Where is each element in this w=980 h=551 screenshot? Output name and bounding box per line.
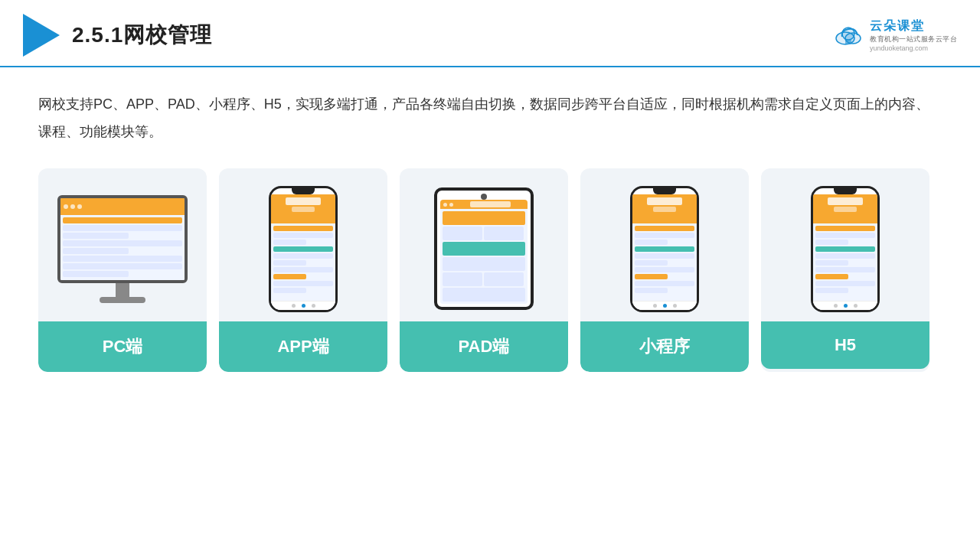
- card-miniprogram: 小程序: [580, 168, 749, 372]
- card-h5-label: H5: [761, 321, 929, 369]
- card-pc: PC端: [38, 168, 207, 372]
- phone-app-icon: [269, 186, 338, 312]
- card-pad: PAD端: [400, 168, 568, 372]
- card-app-label: APP端: [219, 321, 387, 372]
- page-header: 2.5.1网校管理 云朵课堂 教育机构一站式服务云平台 yunduoketang…: [0, 0, 980, 67]
- card-h5-image: [761, 168, 929, 321]
- header-left: 2.5.1网校管理: [23, 14, 212, 57]
- pc-monitor-icon: [57, 195, 188, 303]
- card-pc-label: PC端: [38, 321, 207, 372]
- card-app-image: [219, 168, 387, 321]
- header-right: 云朵课堂 教育机构一站式服务云平台 yunduoketang.com: [831, 18, 957, 52]
- pad-icon: [434, 187, 534, 310]
- phone-h5-icon: [811, 186, 880, 312]
- svg-rect-6: [845, 40, 851, 44]
- card-pc-image: [38, 168, 207, 321]
- card-miniprogram-image: [580, 168, 749, 321]
- card-miniprogram-label: 小程序: [580, 321, 749, 372]
- card-pad-image: [400, 168, 568, 321]
- card-pad-label: PAD端: [400, 321, 568, 372]
- brand-tagline: 教育机构一站式服务云平台: [870, 34, 957, 44]
- brand-url: yunduoketang.com: [870, 44, 928, 52]
- brand-logo: 云朵课堂 教育机构一站式服务云平台 yunduoketang.com: [831, 18, 957, 52]
- brand-text: 云朵课堂 教育机构一站式服务云平台 yunduoketang.com: [870, 18, 957, 52]
- card-h5: H5: [761, 168, 929, 372]
- brand-name: 云朵课堂: [870, 18, 925, 34]
- page-title: 2.5.1网校管理: [72, 21, 212, 50]
- main-content: 网校支持PC、APP、PAD、小程序、H5，实现多端打通，产品各终端自由切换，数…: [0, 67, 980, 387]
- logo-triangle-icon: [23, 14, 60, 57]
- card-app: APP端: [219, 168, 387, 372]
- description-text: 网校支持PC、APP、PAD、小程序、H5，实现多端打通，产品各终端自由切换，数…: [38, 90, 942, 145]
- cards-grid: PC端: [38, 168, 942, 372]
- cloud-icon: [831, 23, 865, 47]
- phone-miniprogram-icon: [630, 186, 699, 312]
